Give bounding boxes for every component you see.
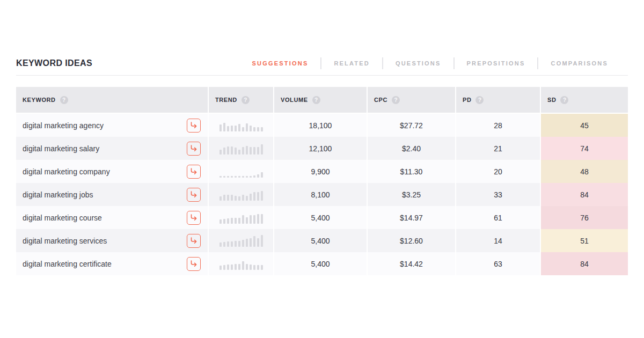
- spark-bar: [223, 148, 225, 155]
- spark-bar: [257, 265, 259, 270]
- spark-bar: [219, 266, 222, 270]
- table-row: digital marketing certificate5,400$14.42…: [16, 252, 628, 275]
- sd-value: 74: [541, 137, 628, 160]
- volume-value: 9,900: [274, 160, 367, 183]
- spark-bar: [250, 176, 252, 178]
- volume-value: 5,400: [274, 252, 367, 275]
- spark-bar: [231, 176, 233, 178]
- open-keyword-button[interactable]: [187, 257, 201, 271]
- arrow-right-icon: [190, 145, 197, 152]
- spark-bar: [223, 219, 225, 224]
- spark-bar: [223, 195, 225, 201]
- spark-bar: [257, 238, 259, 247]
- open-keyword-button[interactable]: [187, 142, 201, 156]
- help-icon[interactable]: ?: [392, 96, 400, 104]
- tab-questions[interactable]: QUESTIONS: [382, 57, 453, 69]
- spark-bar: [235, 176, 237, 178]
- spark-bar: [246, 146, 248, 155]
- help-icon[interactable]: ?: [60, 96, 68, 104]
- volume-value: 5,400: [274, 206, 367, 229]
- volume-value: 5,400: [274, 229, 367, 252]
- trend-sparkline: [219, 166, 263, 178]
- column-label: CPC: [374, 97, 387, 103]
- table-row: digital marketing course5,400$14.976176: [16, 206, 628, 229]
- column-label: KEYWORD: [23, 97, 56, 103]
- spark-bar: [223, 123, 225, 131]
- spark-bar: [257, 147, 259, 155]
- pd-value: 63: [456, 252, 540, 275]
- spark-bar: [242, 127, 244, 131]
- spark-bar: [253, 215, 255, 224]
- spark-bar: [227, 126, 229, 131]
- open-keyword-button[interactable]: [187, 211, 201, 225]
- tab-suggestions[interactable]: SUGGESTIONS: [240, 57, 321, 69]
- column-header-pd: PD?: [456, 87, 540, 113]
- arrow-right-icon: [190, 237, 197, 244]
- tab-comparisons[interactable]: COMPARISONS: [537, 57, 620, 69]
- open-keyword-button[interactable]: [187, 234, 201, 248]
- spark-bar: [231, 126, 233, 131]
- help-icon[interactable]: ?: [241, 96, 250, 104]
- keyword-cell: digital marketing certificate: [16, 252, 208, 275]
- open-keyword-button[interactable]: [187, 165, 201, 179]
- spark-bar: [235, 126, 237, 131]
- trend-cell: [209, 206, 273, 229]
- keyword-text: digital marketing certificate: [23, 260, 112, 268]
- spark-bar: [253, 192, 255, 201]
- spark-bar: [253, 147, 255, 155]
- spark-bar: [253, 236, 255, 247]
- column-header-keyword: KEYWORD?: [16, 87, 208, 113]
- spark-bar: [261, 265, 263, 270]
- trend-sparkline: [219, 189, 263, 201]
- trend-sparkline: [219, 212, 263, 224]
- table-row: digital marketing services5,400$12.60145…: [16, 229, 628, 252]
- spark-bar: [242, 147, 244, 155]
- column-label: PD: [463, 97, 471, 103]
- keyword-cell: digital marketing jobs: [16, 183, 208, 206]
- keyword-cell: digital marketing services: [16, 229, 208, 252]
- spark-bar: [235, 218, 237, 224]
- spark-bar: [250, 238, 252, 247]
- spark-bar: [261, 127, 263, 131]
- spark-bar: [242, 261, 244, 270]
- volume-value: 12,100: [274, 137, 367, 160]
- spark-bar: [242, 240, 244, 247]
- spark-bar: [219, 243, 222, 247]
- cpc-value: $14.42: [368, 252, 455, 275]
- tab-prepositions[interactable]: PREPOSITIONS: [453, 57, 538, 69]
- cpc-value: $12.60: [368, 229, 455, 252]
- open-keyword-button[interactable]: [187, 119, 201, 133]
- sd-value: 84: [541, 252, 628, 275]
- spark-bar: [219, 196, 222, 201]
- spark-bar: [231, 195, 233, 201]
- tab-related[interactable]: RELATED: [320, 57, 382, 69]
- pd-value: 61: [456, 206, 540, 229]
- keyword-cell: digital marketing company: [16, 160, 208, 183]
- trend-cell: [209, 114, 273, 137]
- spark-bar: [223, 242, 225, 247]
- column-header-sd: SD?: [541, 87, 628, 113]
- trend-cell: [209, 160, 273, 183]
- spark-bar: [261, 172, 263, 178]
- column-header-trend: TREND?: [209, 87, 273, 113]
- pd-value: 21: [456, 137, 540, 160]
- spark-bar: [257, 214, 259, 224]
- spark-bar: [238, 241, 240, 247]
- spark-bar: [227, 264, 229, 270]
- cpc-value: $14.97: [368, 206, 455, 229]
- help-icon[interactable]: ?: [475, 96, 484, 104]
- open-keyword-button[interactable]: [187, 188, 201, 202]
- spark-bar: [246, 123, 248, 131]
- keyword-text: digital marketing course: [23, 214, 102, 222]
- column-label: SD: [547, 97, 556, 103]
- help-icon[interactable]: ?: [312, 96, 320, 104]
- pd-value: 33: [456, 183, 540, 206]
- trend-cell: [209, 183, 273, 206]
- spark-bar: [238, 218, 240, 224]
- trend-sparkline: [219, 235, 263, 247]
- arrow-right-icon: [190, 122, 197, 129]
- header-divider: [16, 75, 628, 76]
- help-icon[interactable]: ?: [560, 96, 568, 104]
- spark-bar: [227, 176, 229, 178]
- spark-bar: [242, 176, 244, 178]
